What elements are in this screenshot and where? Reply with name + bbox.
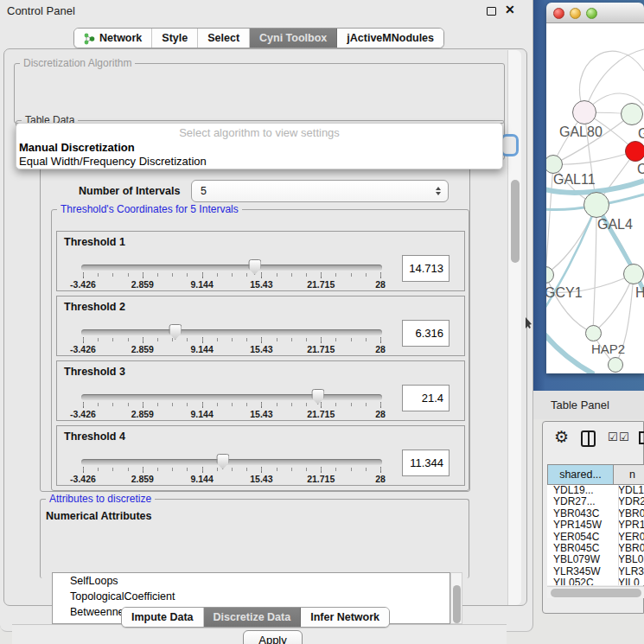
slider-minor-ticks — [83, 273, 382, 277]
cell-shared-name: YBR043C — [547, 508, 614, 520]
tab-discretize-data[interactable]: Discretize Data — [204, 608, 302, 627]
cell-shared-name: YDL19... — [547, 485, 614, 496]
tick-label: 15.43 — [250, 474, 272, 484]
tab-jactivemnodules[interactable]: jActiveMNodules — [337, 29, 443, 48]
tick-label: 9.144 — [190, 474, 213, 484]
discretization-algorithm-group: Discretization Algorithm — [14, 63, 505, 124]
apply-button[interactable]: Apply — [243, 630, 303, 644]
tick-label: 28 — [375, 474, 386, 484]
close-icon[interactable]: ✕ — [505, 3, 515, 16]
table-row[interactable]: YBL079WYBL0 — [547, 554, 644, 565]
threshold-3-panel: Threshold 3 -3.426 2.859 9.144 15.43 — [56, 360, 465, 421]
dropdown-option-equal-width-frequency[interactable]: Equal Width/Frequency Discretization — [19, 155, 207, 168]
panel-scrollbar-thumb[interactable] — [511, 180, 520, 263]
cell-shared-name: YDR27... — [547, 496, 614, 507]
node-label-gal11: GAL11 — [553, 172, 596, 188]
cell-shared-name: YPR145W — [547, 520, 614, 531]
table-row[interactable]: YDL19...YDL1 — [547, 485, 644, 496]
tick-label: 9.144 — [190, 344, 213, 354]
table-panel-strip: Table Panel — [533, 391, 644, 419]
cell-shared-name: YER054C — [547, 532, 614, 543]
cell-shared-name: YIL052C — [547, 577, 614, 585]
tab-cyni-toolbox-label: Cyni Toolbox — [259, 29, 327, 48]
tick-label: 15.43 — [250, 279, 272, 290]
table-settings-gear-icon[interactable]: ⚙ — [554, 427, 569, 447]
network-canvas[interactable]: GAL80 G C GAL11 GAL4 GCY1 H HAP2 — [546, 23, 644, 373]
column-header-shared-name[interactable]: shared... — [547, 464, 614, 485]
tab-network[interactable]: Network — [74, 29, 152, 48]
network-window-titlebar[interactable] — [546, 3, 644, 23]
table-row[interactable]: YBR045CYBR0 — [547, 543, 644, 554]
tick-label: 2.859 — [131, 344, 154, 354]
network-node-selected-red[interactable] — [625, 141, 644, 162]
threshold-4-value-field[interactable]: 11.344 — [402, 450, 450, 476]
control-panel-window: Control Panel ✕ Network S — [0, 0, 533, 632]
close-traffic-light-icon[interactable] — [553, 8, 564, 19]
tick-label: 21.715 — [307, 474, 335, 484]
dropdown-option-manual-discretization[interactable]: Manual Discretization — [19, 141, 135, 154]
tab-select-label: Select — [207, 29, 239, 48]
zoom-traffic-light-icon[interactable] — [586, 8, 597, 19]
number-of-intervals-combobox[interactable]: 5 — [191, 180, 449, 202]
threshold-1-value-field[interactable]: 14.713 — [402, 255, 450, 282]
node-label-gal80: GAL80 — [559, 124, 603, 140]
network-node-gal4[interactable] — [583, 192, 609, 218]
algorithm-dropdown-placeholder: Select algorithm to view settings — [16, 126, 502, 139]
list-item-selfloops[interactable]: SelfLoops — [53, 573, 450, 589]
top-tabbar: Network Style Select Cyni Toolbox jActiv… — [73, 28, 444, 48]
tick-label: 21.715 — [307, 344, 335, 354]
network-node-top-right[interactable] — [621, 103, 643, 125]
checkbox-icon[interactable]: ☑ — [619, 430, 629, 443]
algorithm-combobox-focus-ring[interactable] — [501, 134, 519, 156]
table-row[interactable]: YLR345WYLR3 — [547, 566, 644, 577]
threshold-2-label: Threshold 2 — [64, 301, 125, 313]
threshold-3-value-field[interactable]: 21.4 — [402, 385, 450, 411]
table-horizontal-scrollbar[interactable] — [547, 586, 644, 598]
column-header-name[interactable]: n — [614, 464, 644, 485]
table-panel-footer — [533, 614, 644, 644]
table-row[interactable]: YPR145WYPR1 — [547, 520, 644, 531]
tick-label: 28 — [375, 279, 386, 290]
table-horizontal-scrollbar-thumb[interactable] — [551, 589, 641, 597]
table-row[interactable]: YBR043CYBR0 — [547, 508, 644, 520]
window-title: Control Panel — [7, 4, 75, 17]
node-label-gcy1: GCY1 — [546, 285, 583, 301]
tab-style-label: Style — [162, 29, 188, 48]
tick-label: 28 — [375, 344, 386, 354]
network-node-h[interactable] — [623, 264, 644, 284]
column-layout-icon[interactable] — [581, 430, 596, 447]
float-window-icon[interactable] — [487, 7, 496, 16]
tick-label: 2.859 — [131, 409, 154, 419]
slider-scale-labels: -3.426 2.859 9.144 15.43 21.715 28 — [83, 409, 380, 419]
checkbox-icon[interactable]: ☑ — [608, 430, 618, 443]
table-row[interactable]: YDR27...YDR2 — [547, 496, 644, 507]
tab-select[interactable]: Select — [198, 29, 250, 48]
node-label-hap2: HAP2 — [591, 341, 625, 356]
tick-label: 28 — [375, 409, 386, 419]
discretization-algorithm-group-title: Discretization Algorithm — [20, 58, 135, 69]
tab-infer-network[interactable]: Infer Network — [301, 608, 389, 627]
clipped-toolbar-icon[interactable] — [639, 431, 644, 444]
table-row[interactable]: YER054CYER0 — [547, 532, 644, 543]
threshold-2-value-field[interactable]: 6.316 — [402, 320, 450, 347]
slider-track — [81, 459, 382, 465]
numerical-attributes-label: Numerical Attributes — [46, 510, 151, 522]
list-item-topologicalcoefficient[interactable]: TopologicalCoefficient — [53, 589, 450, 604]
table-row[interactable]: YIL052CYIL0 — [547, 577, 644, 585]
network-node-bottom[interactable] — [608, 357, 623, 373]
table-header-row: shared... n — [547, 464, 644, 485]
slider-scale-labels: -3.426 2.859 9.144 15.43 21.715 28 — [83, 279, 380, 290]
number-of-intervals-value: 5 — [201, 181, 207, 201]
network-node-gal80[interactable] — [572, 100, 596, 124]
tab-impute-data[interactable]: Impute Data — [122, 608, 204, 627]
attributes-list-scrollbar[interactable] — [450, 572, 462, 624]
node-label-clipped-g: G — [638, 126, 644, 142]
tab-cyni-toolbox[interactable]: Cyni Toolbox — [250, 29, 337, 48]
network-node-hap2[interactable] — [585, 325, 602, 341]
minimize-traffic-light-icon[interactable] — [570, 8, 581, 19]
tab-style[interactable]: Style — [152, 29, 198, 48]
threshold-4-label: Threshold 4 — [64, 430, 125, 443]
slider-scale-labels: -3.426 2.859 9.144 15.43 21.715 28 — [83, 344, 380, 354]
tab-impute-data-label: Impute Data — [131, 608, 194, 627]
tick-label: 2.859 — [131, 279, 154, 290]
